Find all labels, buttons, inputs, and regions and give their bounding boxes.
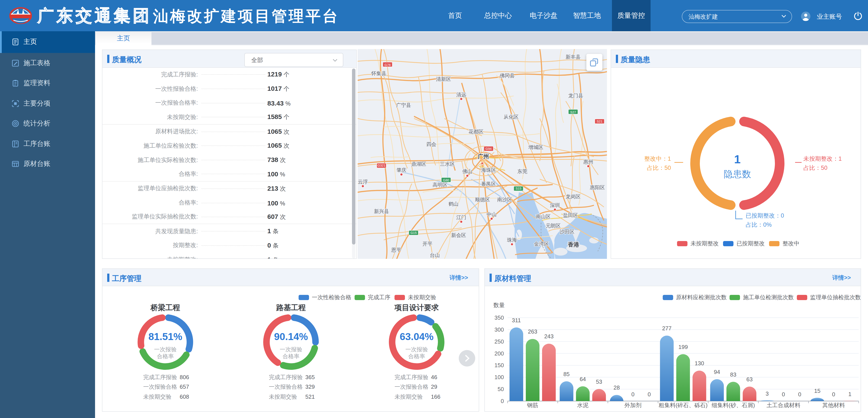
- svg-text:粗集料(碎石、砾石): 粗集料(碎石、砾石): [659, 402, 707, 408]
- svg-text:龙岗区: 龙岗区: [566, 193, 581, 199]
- svg-text:清远: 清远: [456, 92, 466, 97]
- svg-text:28: 28: [614, 384, 620, 391]
- svg-text:0: 0: [648, 391, 651, 397]
- svg-text:金湾区: 金湾区: [534, 241, 549, 246]
- svg-text:数量: 数量: [493, 302, 505, 308]
- svg-text:15: 15: [814, 387, 820, 394]
- svg-text:0: 0: [832, 391, 835, 397]
- svg-text:云浮: 云浮: [358, 179, 368, 184]
- svg-text:64: 64: [580, 376, 586, 382]
- svg-text:珠海: 珠海: [507, 237, 517, 243]
- svg-text:细集料(砂、石屑): 细集料(砂、石屑): [712, 402, 755, 408]
- svg-text:100: 100: [495, 374, 504, 380]
- svg-text:惠州: 惠州: [583, 159, 593, 165]
- svg-text:东莞: 东莞: [517, 168, 527, 174]
- svg-text:243: 243: [544, 333, 554, 339]
- svg-text:其他材料: 其他材料: [822, 402, 845, 408]
- svg-text:311: 311: [512, 317, 521, 323]
- svg-text:广州: 广州: [477, 153, 489, 159]
- svg-text:开平: 开平: [423, 241, 432, 246]
- svg-text:佛山: 佛山: [462, 168, 472, 174]
- svg-text:G78: G78: [384, 63, 391, 66]
- svg-text:250: 250: [495, 338, 504, 345]
- svg-text:350: 350: [495, 314, 504, 321]
- svg-text:277: 277: [662, 325, 672, 331]
- svg-text:南沙区: 南沙区: [497, 197, 512, 202]
- svg-text:高明区: 高明区: [432, 182, 447, 187]
- svg-text:番禺区: 番禺区: [481, 181, 496, 186]
- svg-text:S15: S15: [516, 186, 522, 190]
- svg-text:四会: 四会: [426, 141, 436, 147]
- svg-text:元朗区: 元朗区: [546, 222, 561, 228]
- svg-text:水泥: 水泥: [577, 402, 589, 408]
- svg-text:1: 1: [848, 391, 851, 397]
- svg-text:钢筋: 钢筋: [527, 402, 538, 408]
- svg-text:G321: G321: [378, 163, 385, 167]
- svg-text:顺德区: 顺德区: [475, 197, 490, 202]
- svg-text:三水区: 三水区: [440, 161, 455, 167]
- svg-text:怀集县: 怀集县: [371, 70, 386, 76]
- svg-text:恩平: 恩平: [391, 247, 401, 252]
- svg-text:增城区: 增城区: [528, 144, 544, 150]
- svg-text:盐田区: 盐田区: [563, 212, 578, 218]
- svg-text:85: 85: [563, 371, 569, 377]
- svg-text:0: 0: [798, 391, 801, 397]
- svg-text:惠阳区: 惠阳区: [590, 184, 605, 190]
- svg-text:63: 63: [746, 376, 753, 382]
- svg-text:G15: G15: [410, 231, 416, 234]
- svg-text:清新区: 清新区: [436, 76, 451, 82]
- svg-text:199: 199: [678, 344, 688, 350]
- svg-text:龙门县: 龙门县: [568, 92, 583, 98]
- svg-text:外加剂: 外加剂: [624, 402, 642, 408]
- svg-text:肇庆: 肇庆: [397, 167, 406, 173]
- svg-text:佛冈县: 佛冈县: [499, 72, 515, 78]
- svg-text:新兴县: 新兴县: [374, 208, 389, 214]
- svg-text:沙田区: 沙田区: [560, 229, 575, 234]
- svg-text:香港: 香港: [568, 241, 579, 247]
- svg-text:海珠区: 海珠区: [481, 167, 496, 173]
- svg-text:深圳: 深圳: [550, 202, 560, 208]
- svg-text:S27: S27: [570, 110, 576, 114]
- svg-text:G94: G94: [486, 147, 492, 150]
- svg-text:广宁县: 广宁县: [396, 102, 411, 108]
- svg-text:S21: S21: [597, 119, 602, 123]
- svg-text:130: 130: [694, 360, 704, 366]
- svg-text:台山: 台山: [430, 252, 440, 258]
- svg-text:53: 53: [596, 378, 602, 385]
- svg-text:鹤山: 鹤山: [448, 201, 459, 207]
- svg-text:50: 50: [498, 386, 504, 392]
- svg-text:新丰县: 新丰县: [566, 54, 581, 59]
- svg-text:94: 94: [714, 368, 720, 375]
- svg-text:300: 300: [495, 326, 504, 333]
- svg-text:鼎湖区: 鼎湖区: [411, 161, 426, 167]
- svg-text:150: 150: [495, 362, 504, 368]
- svg-text:土工合成材料: 土工合成材料: [767, 402, 800, 408]
- svg-text:江门: 江门: [456, 214, 466, 220]
- svg-text:0: 0: [631, 391, 634, 397]
- svg-text:0: 0: [782, 391, 785, 397]
- svg-text:3: 3: [766, 390, 769, 397]
- svg-text:83: 83: [730, 371, 737, 378]
- svg-text:G80: G80: [443, 178, 449, 182]
- svg-text:南山区: 南山区: [536, 213, 551, 219]
- svg-text:263: 263: [528, 328, 537, 335]
- svg-text:从化区: 从化区: [504, 114, 519, 119]
- svg-text:中山: 中山: [487, 211, 496, 217]
- svg-text:0: 0: [501, 397, 504, 404]
- svg-text:新会区: 新会区: [451, 232, 466, 238]
- svg-text:花都区: 花都区: [468, 128, 484, 134]
- svg-text:200: 200: [495, 350, 504, 357]
